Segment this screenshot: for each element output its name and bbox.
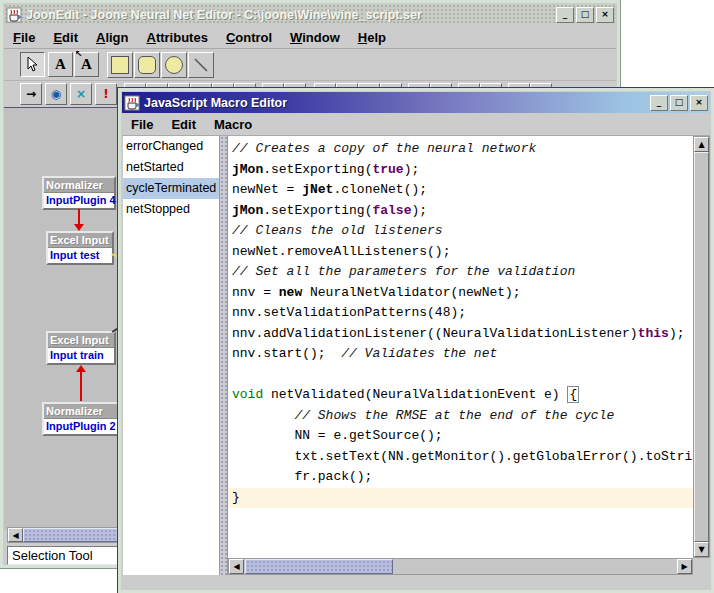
java-cup-icon xyxy=(124,95,140,111)
export-icon-button[interactable]: → xyxy=(20,83,42,105)
code-line[interactable]: jMon.setExporting(false); xyxy=(228,201,693,222)
code-segment-keyword: this xyxy=(638,326,669,341)
code-line[interactable]: newNet = jNet.cloneNet(); xyxy=(228,180,693,201)
code-segment-plain: NN = e.getSource(); xyxy=(232,428,443,443)
box-label: Input train xyxy=(48,348,114,363)
close-icon[interactable]: × xyxy=(690,95,708,111)
maximize-icon[interactable]: □ xyxy=(576,7,594,23)
macro-event-list[interactable]: errorChangednetStartedcycleTerminatednet… xyxy=(123,136,220,575)
editor-hscrollbar[interactable]: ◀ ▶ xyxy=(228,558,693,575)
code-segment-bold: jMon xyxy=(232,203,263,218)
code-segment-comment: // Cleans the old listeners xyxy=(232,223,443,238)
dialog-titlebar[interactable]: JavaScript Macro Editor _ □ × xyxy=(122,92,710,113)
code-segment-plain: NeuralNetValidator(newNet); xyxy=(302,285,520,300)
list-item-errorChanged[interactable]: errorChanged xyxy=(123,136,219,157)
scroll-right-icon[interactable]: ▶ xyxy=(677,559,692,574)
menu-file[interactable]: File xyxy=(4,30,44,45)
code-line[interactable]: nnv = new NeuralNetValidator(newNet); xyxy=(228,283,693,304)
dialog-title: JavaScript Macro Editor xyxy=(144,96,650,110)
code-line[interactable]: NN = e.getSource(); xyxy=(228,426,693,447)
rounded-rect-tool-button[interactable] xyxy=(134,52,160,78)
selection-tool-button[interactable] xyxy=(20,52,45,77)
scroll-up-icon[interactable]: ▲ xyxy=(694,137,709,152)
line-tool-button[interactable] xyxy=(188,52,214,78)
rotated-text-tool-button[interactable]: A↖ xyxy=(74,52,99,77)
hscroll-thumb[interactable] xyxy=(245,559,393,574)
diagram-box-inputplugin-4[interactable]: NormalizerInputPlugin 4 xyxy=(42,176,116,210)
code-segment-plain: ); xyxy=(669,326,685,341)
code-line[interactable]: nnv.start(); // Validates the net xyxy=(228,344,693,365)
minimize-icon[interactable]: _ xyxy=(556,7,574,23)
diagram-box-inputplugin-2[interactable]: NormalizerInputPlugin 2 xyxy=(42,402,124,436)
desktop: JoonEdit - Joone Neural Net Editor - C:\… xyxy=(0,0,714,593)
scrollbar-corner xyxy=(693,558,710,575)
document-globe-icon-button[interactable]: ◉ xyxy=(45,83,67,105)
vscroll-thumb[interactable] xyxy=(694,152,709,542)
code-line[interactable]: fr.pack(); xyxy=(228,467,693,488)
minimize-icon[interactable]: _ xyxy=(650,95,668,111)
close-icon[interactable]: × xyxy=(596,7,614,23)
code-segment-plain: txt.setText(NN.getMonitor().getGlobalErr… xyxy=(232,449,692,464)
main-window-title: JoonEdit - Joone Neural Net Editor - C:\… xyxy=(26,8,556,22)
menu-help[interactable]: Help xyxy=(349,30,395,45)
editor-vscrollbar[interactable]: ▲ ▼ xyxy=(693,136,710,558)
ellipse-icon xyxy=(165,56,183,74)
menu-control[interactable]: Control xyxy=(217,30,281,45)
code-line[interactable]: nnv.setValidationPatterns(48); xyxy=(228,303,693,324)
scroll-left-icon[interactable]: ◀ xyxy=(229,559,244,574)
scroll-down-icon[interactable]: ▼ xyxy=(694,542,709,557)
list-item-netStarted[interactable]: netStarted xyxy=(123,157,219,178)
code-segment-type: void xyxy=(232,387,263,402)
ellipse-tool-button[interactable] xyxy=(161,52,187,78)
menu-edit[interactable]: Edit xyxy=(162,117,205,132)
code-segment-plain: ); xyxy=(404,162,420,177)
text-tool-icon: A xyxy=(55,56,66,73)
code-line-current[interactable]: } xyxy=(228,488,693,509)
menu-edit[interactable]: Edit xyxy=(44,30,87,45)
box-header: Excel Input xyxy=(48,333,114,348)
code-segment-plain: nnv.start(); xyxy=(232,346,341,361)
list-item-cycleTerminated[interactable]: cycleTerminated xyxy=(123,178,219,199)
scroll-left-icon[interactable]: ◀ xyxy=(8,528,23,542)
code-editor[interactable]: // Creates a copy of the neural networkj… xyxy=(228,136,693,558)
code-line[interactable]: void netValidated(NeuralValidationEvent … xyxy=(228,385,693,406)
code-line[interactable]: // Creates a copy of the neural network xyxy=(228,139,693,160)
connector-line xyxy=(80,371,82,401)
alert-icon: ! xyxy=(103,87,108,101)
menu-window[interactable]: Window xyxy=(281,30,349,45)
diagram-box-input-test[interactable]: Excel InputInput test xyxy=(46,231,114,265)
rectangle-tool-button[interactable] xyxy=(107,52,133,78)
maximize-icon[interactable]: □ xyxy=(670,95,688,111)
main-titlebar[interactable]: JoonEdit - Joone Neural Net Editor - C:\… xyxy=(4,4,616,25)
box-header: Excel Input xyxy=(48,233,112,248)
code-line[interactable]: txt.setText(NN.getMonitor().getGlobalErr… xyxy=(228,447,693,468)
menu-align[interactable]: Align xyxy=(87,30,138,45)
java-cup-icon xyxy=(6,7,22,23)
list-item-netStopped[interactable]: netStopped xyxy=(123,199,219,220)
code-segment-plain: .setExporting( xyxy=(263,162,372,177)
code-segment-bold: jNet xyxy=(302,182,333,197)
code-segment-keyword: false xyxy=(372,203,411,218)
box-label: InputPlugin 2 xyxy=(44,419,122,434)
main-menubar: FileEditAlignAttributesControlWindowHelp xyxy=(4,26,616,49)
code-line[interactable]: // Shows the RMSE at the end of the cycl… xyxy=(228,406,693,427)
code-line[interactable]: nnv.addValidationListener((NeuralValidat… xyxy=(228,324,693,345)
code-line[interactable]: newNet.removeAllListeners(); xyxy=(228,242,693,263)
code-line[interactable]: // Cleans the old listeners xyxy=(228,221,693,242)
text-tool-button[interactable]: A xyxy=(48,52,73,77)
cut-net-icon-button[interactable]: × xyxy=(70,83,92,105)
code-line[interactable]: // Set all the parameters for the valida… xyxy=(228,262,693,283)
menu-attributes[interactable]: Attributes xyxy=(137,30,216,45)
diagram-box-input-train[interactable]: Excel InputInput train xyxy=(46,331,116,365)
alert-icon-button[interactable]: ! xyxy=(95,83,117,105)
code-line[interactable]: jMon.setExporting(true); xyxy=(228,160,693,181)
line-icon xyxy=(193,57,209,73)
menu-macro[interactable]: Macro xyxy=(205,117,261,132)
menu-file[interactable]: File xyxy=(122,117,162,132)
box-label: InputPlugin 4 xyxy=(44,193,114,208)
split-pane-divider[interactable] xyxy=(219,136,228,575)
rotated-text-tool-icon: A↖ xyxy=(81,56,92,73)
code-segment-plain: fr.pack(); xyxy=(232,469,372,484)
code-line[interactable] xyxy=(228,365,693,386)
code-segment-brace: { xyxy=(567,386,579,403)
